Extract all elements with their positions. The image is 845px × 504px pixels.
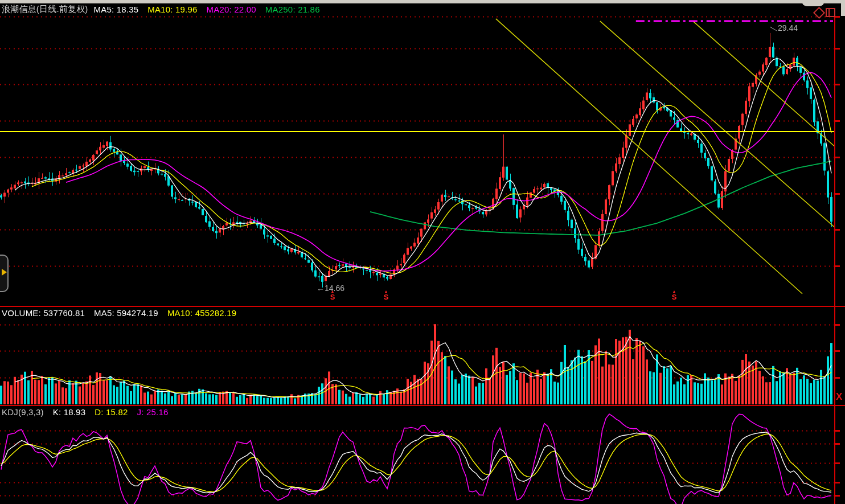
window-top-right-corner [841, 0, 845, 16]
left-panel-expand-handle[interactable] [0, 255, 9, 292]
ex-rights-marker: ▲ S [329, 290, 337, 301]
window-top-tab [802, 0, 825, 6]
split-window-icon[interactable] [826, 8, 835, 17]
ma5-readout: MA5: 18.35 [94, 5, 139, 14]
kdj-d-readout: D: 15.82 [95, 407, 128, 417]
stock-title: 浪潮信息(日线.前复权) [2, 4, 88, 15]
window-top-edge [0, 0, 845, 3]
kdj-j-readout: J: 25.16 [137, 407, 169, 417]
main-chart-header: 浪潮信息(日线.前复权) MA5: 18.35 MA10: 19.96 MA20… [2, 4, 329, 15]
volume-pane-header: VOLUME: 537760.81 MA5: 594274.19 MA10: 4… [2, 308, 245, 318]
volume-ma10-readout: MA10: 455282.19 [167, 308, 236, 318]
ex-rights-marker: ▲ S [382, 290, 390, 301]
high-price-annotation: 29.44 [778, 23, 798, 32]
kdj-indicator-label: KDJ(9,3,3) [2, 407, 44, 417]
indicator-close-icon[interactable]: X [836, 392, 842, 401]
chart-canvas[interactable] [0, 0, 845, 504]
ex-rights-marker: ▲ S [670, 290, 678, 301]
expand-arrow-icon [2, 269, 7, 276]
ma250-readout: MA250: 21.86 [265, 5, 320, 14]
app-window: 浪潮信息(日线.前复权) MA5: 18.35 MA10: 19.96 MA20… [0, 0, 845, 504]
kdj-k-readout: K: 18.93 [53, 407, 86, 417]
ma20-readout: MA20: 22.00 [207, 5, 256, 14]
volume-readout: VOLUME: 537760.81 [2, 308, 85, 318]
kdj-pane-header: KDJ(9,3,3) K: 18.93 D: 15.82 J: 25.16 [2, 407, 178, 417]
volume-ma5-readout: MA5: 594274.19 [94, 308, 158, 318]
ma10-readout: MA10: 19.96 [147, 5, 197, 14]
split-window-icon-divider [828, 9, 830, 16]
